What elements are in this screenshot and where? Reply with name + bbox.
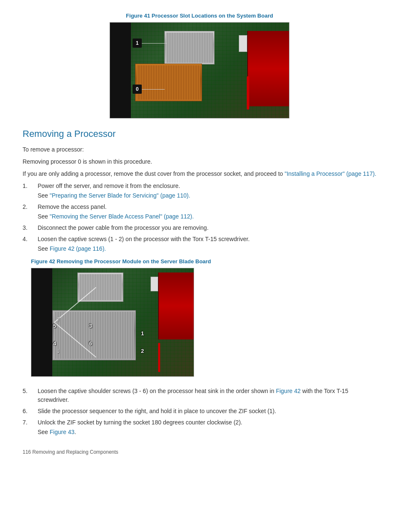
fig42-label6: 6 bbox=[89, 340, 92, 347]
step-5-link[interactable]: Figure 42 bbox=[276, 388, 301, 394]
step-4: 4. Loosen the captive screws (1 - 2) on … bbox=[23, 235, 376, 253]
steps2-list: 5. Loosen the captive shoulder screws (3… bbox=[23, 387, 376, 437]
intro2: Removing processor 0 is shown in this pr… bbox=[23, 157, 376, 166]
steps-list: 1. Power off the server, and remove it f… bbox=[23, 182, 376, 253]
step-1-link[interactable]: "Preparing the Server Blade for Servicin… bbox=[50, 192, 190, 199]
intro3-link[interactable]: "Installing a Processor" (page 117). bbox=[284, 170, 376, 177]
step-1-num: 1. bbox=[23, 182, 33, 200]
step-4-link[interactable]: Figure 42 (page 116). bbox=[50, 245, 106, 252]
content-area: To remove a processor: Removing processo… bbox=[23, 145, 376, 437]
step-4-content: Loosen the captive screws (1 - 2) on the… bbox=[38, 235, 376, 253]
fig42-label4: 4 bbox=[53, 340, 56, 347]
step-2-num: 2. bbox=[23, 203, 33, 221]
step-6: 6. Slide the processor sequencer to the … bbox=[23, 407, 376, 416]
step-1-content: Power off the server, and remove it from… bbox=[38, 182, 376, 200]
fig41-line1 bbox=[142, 43, 167, 44]
intro3-prefix: If you are only adding a processor, remo… bbox=[23, 170, 284, 177]
step-3-content: Disconnect the power cable from the proc… bbox=[38, 224, 376, 232]
step-4-num: 4. bbox=[23, 235, 33, 253]
fig42-arrow-up: ↑ bbox=[56, 315, 60, 323]
figure42-caption: Figure 42 Removing the Processor Module … bbox=[31, 258, 376, 265]
step-1: 1. Power off the server, and remove it f… bbox=[23, 182, 376, 200]
figure42-container: 5 ↑ 4 ↓ 3 6 1 2 bbox=[31, 268, 376, 377]
step-6-content: Slide the processor sequencer to the rig… bbox=[38, 407, 376, 416]
page-footer: 116 Removing and Replacing Components bbox=[23, 449, 376, 455]
step-2-content: Remove the access panel. See "Removing t… bbox=[38, 203, 376, 221]
step-7-content: Unlock the ZIF socket by turning the soc… bbox=[38, 418, 376, 437]
step-5-num: 5. bbox=[23, 387, 33, 404]
step-4-see: See Figure 42 (page 116). bbox=[38, 244, 376, 253]
step-5-content: Loosen the captive shoulder screws (3 - … bbox=[38, 387, 376, 404]
intro3: If you are only adding a processor, remo… bbox=[23, 170, 376, 178]
fig41-line0 bbox=[142, 89, 165, 90]
step-7-see: See Figure 43. bbox=[38, 428, 376, 437]
step-7-num: 7. bbox=[23, 418, 33, 437]
step-3-num: 3. bbox=[23, 224, 33, 232]
figure41-container: 1 0 bbox=[23, 22, 376, 118]
step-7: 7. Unlock the ZIF socket by turning the … bbox=[23, 418, 376, 437]
step-2-see: See "Removing the Server Blade Access Pa… bbox=[38, 212, 376, 221]
figure41-image: 1 0 bbox=[110, 22, 289, 118]
fig42-label3: 3 bbox=[89, 323, 92, 329]
fig41-label1: 1 bbox=[133, 39, 142, 48]
section-heading: Removing a Processor bbox=[23, 129, 376, 139]
fig42-label1: 1 bbox=[141, 330, 144, 337]
fig42-label2: 2 bbox=[141, 348, 144, 354]
intro1: To remove a processor: bbox=[23, 145, 376, 154]
step-2-link[interactable]: "Removing the Server Blade Access Panel"… bbox=[50, 213, 194, 220]
step-5: 5. Loosen the captive shoulder screws (3… bbox=[23, 387, 376, 404]
step-2: 2. Remove the access panel. See "Removin… bbox=[23, 203, 376, 221]
fig42-label5: 5 bbox=[53, 323, 56, 329]
step-1-see: See "Preparing the Server Blade for Serv… bbox=[38, 191, 376, 200]
step-3: 3. Disconnect the power cable from the p… bbox=[23, 224, 376, 232]
fig42-arrow-down: ↓ bbox=[56, 347, 60, 355]
figure42-image: 5 ↑ 4 ↓ 3 6 1 2 bbox=[31, 268, 194, 377]
step-7-link[interactable]: Figure 43 bbox=[50, 429, 74, 435]
figure41-caption: Figure 41 Processor Slot Locations on th… bbox=[23, 13, 376, 19]
step-6-num: 6. bbox=[23, 407, 33, 416]
fig41-label0: 0 bbox=[133, 85, 142, 94]
